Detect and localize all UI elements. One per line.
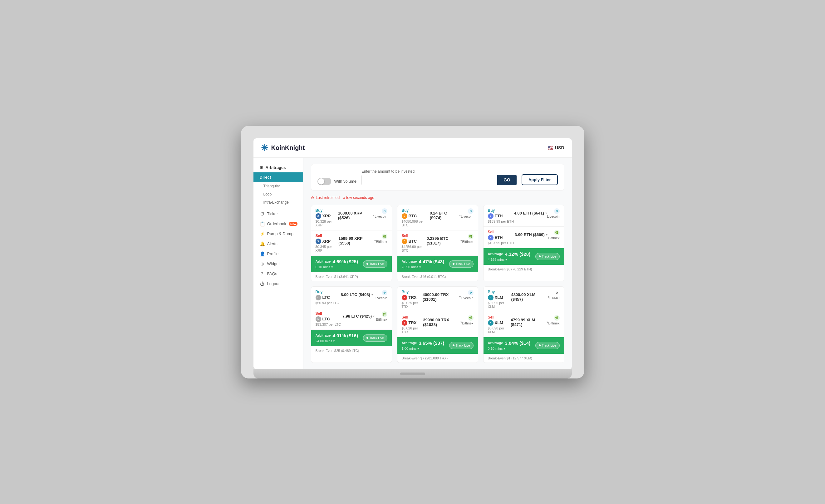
sell-side: Sell T TRX $0.026 per TRX [402, 315, 423, 334]
track-live-button[interactable]: Track Live [363, 335, 387, 342]
arb-mins: 24.00 mins ▾ [316, 339, 358, 343]
arb-pct: 4.01% ($16) [332, 333, 358, 338]
go-button[interactable]: GO [497, 175, 517, 185]
sell-side: Sell L LTC $53.307 per LTC [316, 311, 341, 326]
buy-exchange-name: EXMO [549, 296, 559, 300]
breakeven: Break-Even $37 (0.229 ETH) [483, 265, 564, 274]
arb-pct: 4.47% ($43) [419, 259, 444, 264]
sell-amount: 4799.99 XLM ($471) [511, 317, 545, 327]
arb-header-row: Arbitrage 3.04% ($14) [488, 340, 531, 346]
sell-coin: L LTC [316, 316, 341, 322]
buy-row: Buy X XRP $0.328 per XRP 1600.00 XRP ($5… [311, 205, 392, 230]
sell-price: $167.95 per ETH [488, 241, 514, 245]
coin-badge: E [488, 213, 494, 219]
sell-label: Sell [488, 230, 514, 234]
sidebar-item-intra-exchange[interactable]: Intra-Exchange [253, 198, 303, 206]
sell-coin: X XRP [316, 238, 339, 244]
orderbook-label: Orderbook [267, 221, 286, 226]
arb-mins: 28.50 mins ▾ [402, 265, 445, 269]
apply-filter-button[interactable]: Apply Filter [522, 174, 558, 185]
buy-chevron: ▾ [545, 211, 547, 215]
sidebar-item-ticker[interactable]: ⏱ Ticker [253, 209, 303, 219]
sidebar-item-logout[interactable]: ⏻ Logout [253, 279, 303, 289]
buy-exchange-icon: ⊙ [554, 208, 560, 214]
arb-mins: 0.10 mins ▾ [488, 347, 531, 351]
buy-row: Buy T TRX $0.025 per TRX 40000.00 TRX ($… [397, 287, 478, 312]
arb-card: Buy X XRP $0.328 per XRP 1600.00 XRP ($5… [311, 205, 392, 281]
arb-footer-left: Arbitrage 4.32% ($28) 4.165 mins ▾ [488, 251, 531, 262]
buy-exchange-info: ⊙ Livecoin [461, 208, 473, 218]
track-live-button[interactable]: Track Live [363, 261, 387, 268]
arb-card: Buy E ETH $159.99 per ETH 4.00 ETH ($641… [483, 205, 565, 281]
sell-price: $0.345 per XRP [316, 245, 339, 252]
arb-pct: 3.65% ($37) [419, 340, 444, 346]
buy-coin: T TRX [402, 295, 423, 300]
sell-chevron: ▾ [373, 314, 375, 318]
track-live-button[interactable]: Track Live [449, 261, 473, 268]
volume-toggle-switch[interactable] [317, 178, 331, 185]
sell-amount: 0.2395 BTC ($1017) [427, 236, 459, 245]
sidebar-item-pump-dump[interactable]: ⚡ Pump & Dump [253, 229, 303, 239]
track-live-button[interactable]: Track Live [535, 253, 560, 260]
sell-coin: E ETH [488, 235, 514, 240]
buy-coin: E ETH [488, 213, 514, 219]
sidebar-item-widget[interactable]: ⊕ Widget [253, 259, 303, 269]
sell-side: Sell E ETH $167.95 per ETH [488, 230, 514, 245]
sidebar-item-alerts[interactable]: 🔔 Alerts [253, 239, 303, 249]
direct-label: Direct [260, 175, 271, 179]
sell-exchange-name: Bitfinex [548, 236, 559, 240]
buy-price: $0.095 per XLM [488, 301, 511, 308]
sidebar-item-orderbook[interactable]: 📋 Orderbook New [253, 219, 303, 229]
sell-coin-badge: ₿ [402, 238, 407, 244]
arb-header-row: Arbitrage 4.47% ($43) [402, 259, 445, 264]
currency-badge[interactable]: 🇺🇸 USD [548, 145, 565, 150]
sell-row: Sell E ETH $167.95 per ETH 3.99 ETH ($66… [483, 227, 564, 248]
breakeven: Break-Even $25 (0.489 LTC) [311, 346, 392, 355]
sidebar-item-profile[interactable]: 👤 Profile [253, 249, 303, 259]
sell-price: $4256.90 per BTC [402, 245, 427, 252]
buy-side: Buy L LTC $50.93 per LTC [316, 290, 339, 305]
ticker-label: Ticker [267, 211, 278, 216]
logout-label: Logout [267, 281, 280, 286]
track-live-button[interactable]: Track Live [535, 342, 560, 349]
breakeven: Break-Even $7 (281.089 TRX) [397, 354, 478, 363]
arb-pct: 4.69% ($25) [332, 259, 358, 264]
sell-row: Sell L LTC $53.307 per LTC 7.98 LTC ($42… [311, 308, 392, 330]
sell-row: Sell ₿ BTC $4256.90 per BTC 0.2395 BTC (… [397, 230, 478, 256]
arb-card: Buy L LTC $50.93 per LTC 8.00 LTC ($408)… [311, 286, 392, 363]
buy-exchange-name: Livecoin [375, 296, 387, 300]
arb-card: Buy T TRX $0.025 per TRX 40000.00 TRX ($… [397, 286, 478, 363]
sell-exchange-info: 🌿 Bitfinex [462, 233, 473, 243]
new-badge: New [289, 222, 298, 226]
buy-exchange-icon: ⊙ [468, 208, 473, 214]
sidebar-arbitrages-label: ✳ Arbitrages [253, 163, 303, 172]
faqs-icon: ? [260, 271, 265, 276]
ticker-icon: ⏱ [260, 211, 265, 216]
buy-exchange-icon: ⊙ [468, 290, 473, 295]
page-content: With volume Enter the amount to be inves… [303, 158, 572, 369]
pump-dump-label: Pump & Dump [267, 231, 294, 236]
buy-price: $0.025 per TRX [402, 301, 423, 308]
toggle-knob [318, 178, 324, 185]
breakeven: Break-Even $1 (3.641 XRP) [311, 272, 392, 281]
sell-amount: 1599.90 XRP ($550) [339, 236, 373, 245]
buy-amount: 0.24 BTC ($974) [430, 211, 458, 220]
track-live-button[interactable]: Track Live [449, 342, 473, 349]
sell-exchange-icon: 🌿 [554, 315, 560, 321]
sell-coin: T TRX [402, 320, 423, 326]
buy-row: Buy ₿ BTC $4050.998 per BTC 0.24 BTC ($9… [397, 205, 478, 230]
live-dot [539, 345, 541, 346]
buy-exchange-name: Livecoin [461, 296, 473, 300]
buy-exchange-icon: ⊙ [382, 208, 387, 214]
sidebar-item-loop[interactable]: Loop [253, 190, 303, 198]
sidebar-item-triangular[interactable]: Triangular [253, 182, 303, 190]
sidebar-item-direct[interactable]: Direct [253, 172, 303, 182]
orderbook-icon: 📋 [260, 221, 265, 226]
arb-pct: 3.04% ($14) [505, 340, 530, 346]
arb-label: Arbitrage [316, 334, 331, 337]
arb-footer: Arbitrage 4.32% ($28) 4.165 mins ▾ Track… [483, 248, 564, 265]
buy-label: Buy [316, 290, 339, 294]
sell-row: Sell T TRX $0.026 per TRX 39990.00 TRX (… [397, 312, 478, 337]
invest-input[interactable] [362, 175, 497, 185]
sidebar-item-faqs[interactable]: ? FAQs [253, 269, 303, 279]
